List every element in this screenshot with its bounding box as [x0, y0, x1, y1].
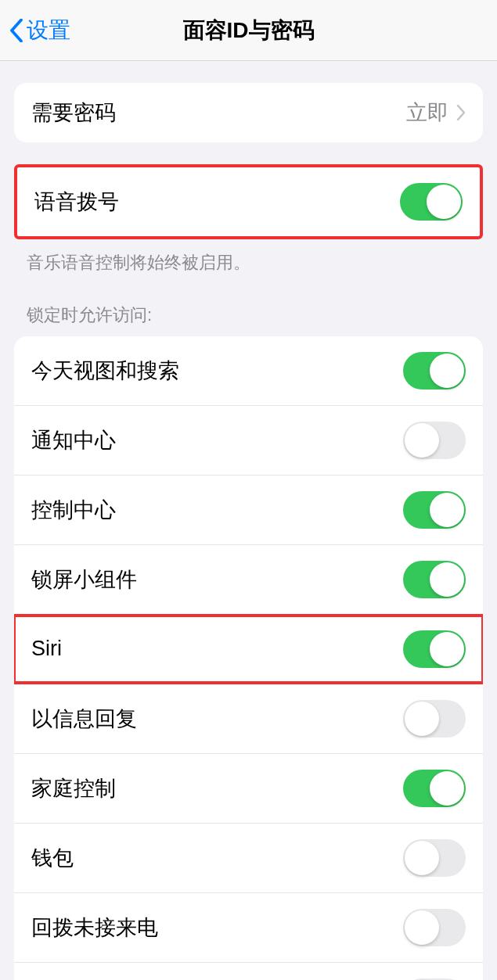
locked-item-toggle[interactable] — [403, 630, 466, 668]
locked-item-row[interactable]: USB配件 — [14, 962, 483, 980]
locked-item-toggle[interactable] — [403, 839, 466, 877]
locked-item-row[interactable]: 今天视图和搜索 — [14, 336, 483, 405]
locked-item-label: 回拨未接来电 — [31, 914, 158, 942]
voice-dial-row[interactable]: 语音拨号 — [17, 167, 480, 236]
toggle-knob — [430, 562, 464, 597]
toggle-knob — [405, 702, 439, 736]
locked-item-label: 通知中心 — [31, 426, 116, 454]
locked-item-row[interactable]: 锁屏小组件 — [14, 544, 483, 614]
locked-item-row[interactable]: 钱包 — [14, 823, 483, 892]
back-label: 设置 — [27, 16, 70, 45]
require-passcode-value: 立即 — [406, 99, 466, 127]
locked-item-row[interactable]: 通知中心 — [14, 405, 483, 475]
locked-item-row[interactable]: 控制中心 — [14, 475, 483, 544]
locked-item-toggle[interactable] — [403, 770, 466, 807]
locked-item-row[interactable]: 家庭控制 — [14, 753, 483, 823]
chevron-left-icon — [9, 19, 23, 42]
back-button[interactable]: 设置 — [9, 16, 70, 45]
locked-item-row[interactable]: Siri — [14, 614, 483, 684]
toggle-knob — [405, 910, 439, 945]
voice-dial-section: 语音拨号 — [14, 164, 483, 239]
toggle-knob — [430, 493, 464, 527]
locked-item-label: 锁屏小组件 — [31, 565, 137, 594]
voice-dial-footer: 音乐语音控制将始终被启用。 — [0, 239, 497, 275]
locked-item-row[interactable]: 以信息回复 — [14, 684, 483, 753]
voice-dial-label: 语音拨号 — [34, 188, 119, 216]
page-title: 面容ID与密码 — [183, 16, 315, 45]
locked-item-toggle[interactable] — [403, 352, 466, 389]
locked-item-toggle[interactable] — [403, 909, 466, 946]
locked-item-label: 控制中心 — [31, 496, 116, 524]
locked-item-label: 今天视图和搜索 — [31, 357, 179, 385]
locked-access-section: 今天视图和搜索通知中心控制中心锁屏小组件Siri以信息回复家庭控制钱包回拨未接来… — [14, 336, 483, 980]
toggle-knob — [405, 841, 439, 875]
locked-item-label: 家庭控制 — [31, 774, 116, 802]
require-passcode-section: 需要密码 立即 — [14, 83, 483, 142]
locked-item-toggle[interactable] — [403, 700, 466, 738]
locked-item-label: Siri — [31, 637, 62, 661]
require-passcode-row[interactable]: 需要密码 立即 — [14, 83, 483, 142]
voice-dial-toggle[interactable] — [400, 183, 463, 221]
toggle-knob — [430, 771, 464, 806]
chevron-right-icon — [456, 105, 466, 120]
locked-item-row[interactable]: 回拨未接来电 — [14, 892, 483, 962]
locked-item-toggle[interactable] — [403, 422, 466, 459]
toggle-knob — [430, 632, 464, 666]
toggle-knob — [430, 354, 464, 388]
locked-access-header: 锁定时允许访问: — [0, 303, 497, 327]
toggle-knob — [405, 423, 439, 458]
header-bar: 设置 面容ID与密码 — [0, 0, 497, 61]
locked-item-toggle[interactable] — [403, 561, 466, 598]
require-passcode-label: 需要密码 — [31, 99, 116, 127]
locked-item-label: 钱包 — [31, 844, 74, 872]
toggle-knob — [427, 185, 461, 219]
locked-item-toggle[interactable] — [403, 491, 466, 529]
locked-item-label: 以信息回复 — [31, 705, 137, 733]
